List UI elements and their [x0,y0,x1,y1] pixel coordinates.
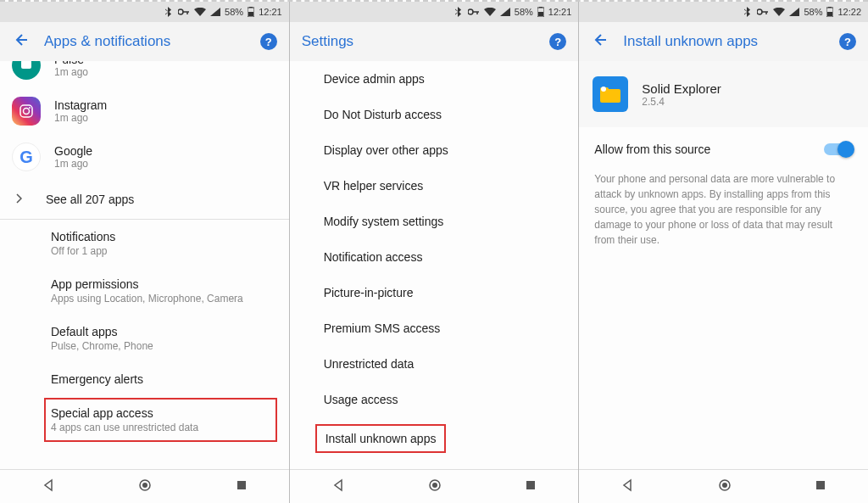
toggle-label: Allow from this source [594,143,710,156]
app-row-google[interactable]: G Google1m ago [0,134,289,180]
nav-home-icon[interactable] [138,478,152,495]
svg-point-14 [468,9,473,14]
setting-modify-system[interactable]: Modify system settings [290,204,579,239]
setting-unrestricted-data[interactable]: Unrestricted data [290,346,579,382]
app-card: Solid Explorer 2.5.4 [579,61,868,127]
back-icon[interactable] [12,31,29,52]
app-card-name: Solid Explorer [642,81,721,96]
allow-source-toggle[interactable] [824,143,853,155]
setting-notifications[interactable]: Notifications Off for 1 app [0,220,289,267]
svg-rect-7 [21,61,31,69]
svg-rect-5 [248,12,253,16]
status-bar: 58% 12:22 [579,2,868,22]
svg-point-0 [178,9,183,14]
page-title: Install unknown apps [623,33,839,50]
google-icon: G [12,143,41,171]
setting-device-admin[interactable]: Device admin apps [290,61,579,97]
pulse-icon [12,61,41,80]
header: Apps & notifications ? [0,22,289,61]
battery-pct: 58% [804,7,822,17]
battery-pct: 58% [515,7,533,17]
setting-display-over[interactable]: Display over other apps [290,132,579,168]
clock: 12:22 [837,7,861,17]
svg-rect-35 [816,481,825,489]
wifi-icon [484,8,496,16]
setting-install-unknown[interactable]: Install unknown apps [315,424,447,453]
svg-rect-13 [237,481,246,489]
solid-explorer-icon [593,76,628,112]
key-icon [178,8,190,15]
app-sub: 1m ago [54,66,88,78]
see-all-apps[interactable]: See all 207 apps [0,180,289,219]
nav-bar [0,469,289,503]
nav-bar [579,469,868,503]
setting-app-permissions[interactable]: App permissions Apps using Location, Mic… [0,267,289,315]
setting-premium-sms[interactable]: Premium SMS access [290,310,579,346]
app-sub: 1m ago [54,158,92,170]
svg-rect-18 [539,7,542,8]
nav-bar [290,469,579,503]
battery-icon [248,7,254,17]
nav-recent-icon[interactable] [525,479,537,495]
svg-point-10 [29,107,31,109]
clock: 12:21 [259,7,282,17]
clock: 12:21 [548,7,572,17]
app-name: Google [54,144,92,158]
chevron-right-icon [15,192,22,207]
key-icon [757,8,769,15]
svg-rect-22 [526,481,535,489]
bluetooth-icon [744,7,753,17]
app-row-instagram[interactable]: Instagram1m ago [0,88,289,134]
nav-back-icon[interactable] [331,478,345,495]
svg-rect-8 [20,105,32,117]
phone-settings: 58% 12:21 Settings ? Device admin apps D… [289,2,579,503]
back-icon[interactable] [591,31,608,52]
nav-home-icon[interactable] [718,478,732,495]
wifi-icon [194,8,206,16]
battery-icon [537,7,544,17]
status-bar: 58% 12:21 [0,2,289,22]
app-name: Instagram [54,98,107,112]
svg-rect-28 [827,12,832,16]
status-bar: 58% 12:21 [290,2,579,22]
setting-special-app-access[interactable]: Special app access 4 apps can use unrest… [44,398,277,442]
battery-icon [826,7,833,17]
signal-icon [500,8,510,16]
header: Install unknown apps ? [579,22,868,61]
app-row-pulse[interactable]: Pulse1m ago [0,61,289,88]
help-icon[interactable]: ? [260,33,277,50]
svg-rect-27 [828,7,832,8]
bluetooth-icon [165,7,174,17]
setting-vr-helper[interactable]: VR helper services [290,168,579,204]
setting-default-apps[interactable]: Default apps Pulse, Chrome, Phone [0,315,289,362]
help-icon[interactable]: ? [839,33,856,50]
wifi-icon [773,8,785,16]
phone-install-unknown: 58% 12:22 Install unknown apps ? Solid E… [578,2,868,503]
instagram-icon [12,97,41,126]
help-icon[interactable]: ? [549,33,566,50]
svg-point-34 [722,483,727,488]
signal-icon [210,8,220,16]
nav-back-icon[interactable] [42,478,55,495]
see-all-label: See all 207 apps [46,193,134,206]
warning-text: Your phone and personal data are more vu… [579,171,868,248]
nav-back-icon[interactable] [620,478,634,495]
signal-icon [789,8,799,16]
setting-usage-access[interactable]: Usage access [290,382,579,417]
setting-dnd-access[interactable]: Do Not Disturb access [290,97,579,132]
setting-notification-access[interactable]: Notification access [290,239,579,275]
nav-home-icon[interactable] [428,478,442,495]
svg-point-32 [601,87,606,92]
svg-rect-4 [249,7,253,8]
nav-recent-icon[interactable] [815,479,826,495]
svg-point-9 [24,109,30,115]
phone-apps-notifications: 58% 12:21 Apps & notifications ? Pulse1m… [0,2,289,503]
nav-recent-icon[interactable] [236,479,248,495]
svg-point-23 [757,9,762,14]
page-title: Settings [302,33,550,50]
setting-emergency-alerts[interactable]: Emergency alerts [0,362,289,396]
setting-pip[interactable]: Picture-in-picture [290,275,579,310]
app-card-version: 2.5.4 [642,96,721,108]
svg-point-12 [142,483,147,488]
svg-rect-19 [538,12,543,16]
